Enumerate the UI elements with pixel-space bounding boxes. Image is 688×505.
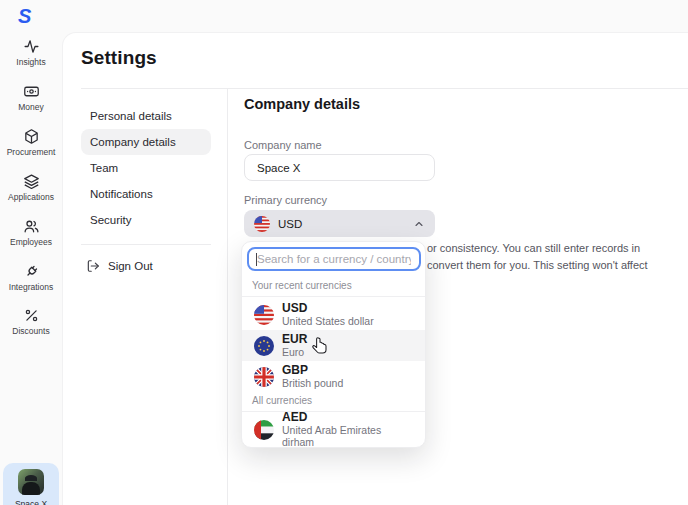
title-divider <box>81 88 688 89</box>
plug-icon <box>23 263 40 280</box>
nav-item-label: Team <box>90 162 118 174</box>
sidebar-item-label: Money <box>18 102 44 112</box>
settings-nav-personal-details[interactable]: Personal details <box>81 103 211 129</box>
section-title: Company details <box>244 96 360 112</box>
ae-flag-icon <box>254 420 274 440</box>
currency-code: USD <box>282 302 374 316</box>
sidebar-item-applications[interactable]: Applications <box>0 173 62 211</box>
us-flag-icon <box>254 216 270 232</box>
sidebar-item-procurement[interactable]: Procurement <box>0 128 62 166</box>
banknote-icon <box>23 83 40 100</box>
currency-name: United Arab Emirates dirham <box>282 424 413 448</box>
sign-out-icon <box>86 259 100 273</box>
currency-option-aed[interactable]: AED United Arab Emirates dirham <box>242 414 425 445</box>
recent-currencies-label: Your recent currencies <box>252 280 352 291</box>
currency-search-input[interactable] <box>247 247 421 271</box>
sidebar-item-label: Insights <box>16 57 45 67</box>
us-flag-icon <box>254 305 274 325</box>
primary-currency-value: USD <box>278 218 302 230</box>
workspace-name: Space X <box>15 499 47 505</box>
eu-flag-icon <box>254 336 274 356</box>
sign-out-button[interactable]: Sign Out <box>81 254 211 278</box>
company-name-label: Company name <box>244 139 322 151</box>
sidebar-item-label: Applications <box>8 192 54 202</box>
people-icon <box>23 218 40 235</box>
settings-nav: Personal details Company details Team No… <box>81 103 211 233</box>
nav-item-label: Company details <box>90 136 176 148</box>
app-sidebar: S Insights Money Procurement Application… <box>0 0 62 505</box>
settings-nav-company-details[interactable]: Company details <box>81 129 211 155</box>
currency-name: Euro <box>282 346 307 358</box>
sidebar-item-discounts[interactable]: Discounts <box>0 307 62 345</box>
currency-code: GBP <box>282 364 343 378</box>
chevron-up-icon <box>413 218 425 230</box>
content-card: Settings Personal details Company detail… <box>62 32 688 505</box>
settings-nav-team[interactable]: Team <box>81 155 211 181</box>
percent-icon <box>23 307 40 324</box>
currency-code: AED <box>282 411 413 425</box>
page-title: Settings <box>81 47 157 69</box>
currency-name: British pound <box>282 377 343 389</box>
workspace-switcher[interactable]: Space X <box>3 463 59 505</box>
nav-divider <box>81 244 211 245</box>
sidebar-item-label: Procurement <box>7 147 56 157</box>
settings-nav-security[interactable]: Security <box>81 207 211 233</box>
activity-icon <box>23 38 40 55</box>
nav-item-label: Personal details <box>90 110 172 122</box>
nav-content-divider <box>227 89 228 505</box>
all-currencies-label: All currencies <box>252 395 312 406</box>
sidebar-item-insights[interactable]: Insights <box>0 38 62 76</box>
section-divider <box>242 296 425 297</box>
primary-currency-label: Primary currency <box>244 194 327 206</box>
sidebar-item-money[interactable]: Money <box>0 83 62 121</box>
sidebar-item-employees[interactable]: Employees <box>0 218 62 256</box>
package-icon <box>23 128 40 145</box>
currency-helper-line1: or consistency. You can still enter reco… <box>427 242 640 254</box>
sidebar-item-label: Employees <box>10 237 52 247</box>
currency-code: EUR <box>282 333 307 347</box>
sidebar-item-label: Integrations <box>9 282 53 292</box>
currency-option-eur[interactable]: EUR Euro <box>242 330 425 361</box>
currency-helper-line2: convert them for you. This setting won't… <box>427 259 648 271</box>
primary-currency-select[interactable]: USD <box>244 210 435 237</box>
nav-item-label: Security <box>90 214 132 226</box>
nav-item-label: Notifications <box>90 188 153 200</box>
settings-nav-notifications[interactable]: Notifications <box>81 181 211 207</box>
workspace-avatar <box>18 469 44 495</box>
currency-name: United States dollar <box>282 315 374 327</box>
layers-icon <box>23 173 40 190</box>
sign-out-label: Sign Out <box>108 260 153 272</box>
text-caret <box>256 253 257 266</box>
cursor-pointer-icon <box>311 336 329 360</box>
currency-option-usd[interactable]: USD United States dollar <box>242 299 425 330</box>
gb-flag-icon <box>254 367 274 387</box>
company-name-input[interactable] <box>244 154 435 181</box>
sidebar-item-label: Discounts <box>12 326 49 336</box>
app-logo[interactable]: S <box>18 5 31 28</box>
sidebar-item-integrations[interactable]: Integrations <box>0 263 62 301</box>
currency-dropdown-panel: Your recent currencies USD United States… <box>241 241 426 448</box>
currency-option-gbp[interactable]: GBP British pound <box>242 361 425 392</box>
